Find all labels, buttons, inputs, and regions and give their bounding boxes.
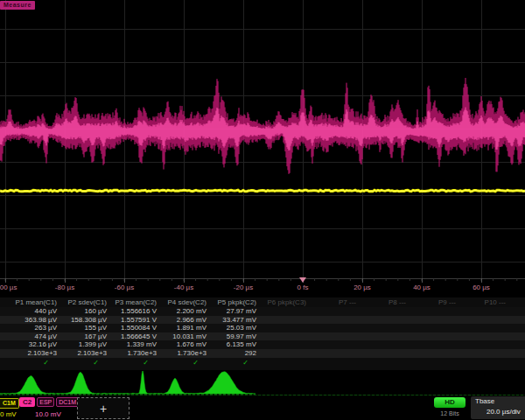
table-cell: [359, 340, 409, 349]
table-cell: 474 µV: [10, 332, 60, 341]
table-cell: 2.966 mV: [159, 316, 209, 325]
column-header[interactable]: P1 mean(C1): [10, 298, 60, 307]
table-cell: [458, 340, 508, 349]
table-cell: 1.891 mV: [159, 324, 209, 332]
table-row-mean: 363.98 µV158.308 µV1.557591 V2.966 mV33.…: [0, 316, 525, 325]
table-cell: 440 µV: [10, 307, 60, 316]
status-check-icon: [259, 358, 309, 368]
table-cell: 363.98 µV: [10, 316, 60, 325]
time-axis-label: -80 µs: [45, 284, 85, 291]
table-cell: [409, 349, 458, 358]
table-row-value: 440 µV160 µV1.556616 V2.200 mV27.97 mV: [0, 307, 525, 316]
time-axis-label: -60 µs: [104, 284, 144, 291]
table-cell: [309, 332, 359, 341]
table-cell: 1.730e+3: [109, 349, 159, 358]
status-check-icon: [458, 358, 508, 368]
active-menu-item[interactable]: Measure: [0, 1, 35, 10]
table-cell: 167 µV: [60, 332, 109, 341]
status-check-icon: ✓: [209, 358, 259, 368]
time-axis-labels: -100 µs-80 µs-60 µs-40 µs-20 µs0 fs20 µs…: [0, 284, 525, 294]
table-cell: [458, 316, 508, 325]
trigger-position-marker[interactable]: [299, 277, 306, 283]
table-row-num: 2.103e+32.103e+31.730e+31.730e+3292: [0, 349, 525, 358]
status-check-icon: ✓: [60, 358, 109, 368]
table-cell: 160 µV: [60, 307, 109, 316]
c1-scale-label: 0 mV: [0, 410, 17, 418]
timebase-descriptor-box[interactable]: Tbase 20.0 µs/div: [471, 396, 525, 419]
table-cell: [359, 316, 409, 325]
column-header[interactable]: P4 sdev(C2): [159, 298, 209, 307]
table-cell: [458, 349, 508, 358]
table-cell: 1.676 mV: [159, 340, 209, 349]
table-cell: [259, 324, 309, 332]
status-check-icon: ✓: [10, 358, 60, 368]
timebase-label: Tbase: [475, 397, 494, 405]
column-header[interactable]: P6 pkpk(C3): [259, 298, 309, 307]
table-cell: 1.730e+3: [159, 349, 209, 358]
table-cell: 10.031 mV: [159, 332, 209, 341]
table-cell: [309, 349, 359, 358]
table-cell: 27.97 mV: [209, 307, 259, 316]
waveform-grid: [0, 0, 525, 298]
column-header[interactable]: P5 pkpk(C2): [209, 298, 259, 307]
table-cell: 155 µV: [60, 324, 109, 332]
table-cell: [409, 340, 458, 349]
bottom-descriptor-bar: C1M 0 mV C2 ESP DC1M 10.0 mV + HD 12 Bit…: [0, 396, 525, 420]
table-cell: [409, 307, 458, 316]
table-cell: [309, 316, 359, 325]
table-cell: 59.97 mV: [209, 332, 259, 341]
table-cell: [309, 340, 359, 349]
time-axis-label: 20 µs: [342, 284, 382, 291]
add-trace-button[interactable]: +: [77, 397, 130, 419]
table-cell: [409, 332, 458, 341]
table-cell: 33.477 mV: [209, 316, 259, 325]
column-header[interactable]: P9 ---: [409, 298, 458, 307]
time-axis-label: 40 µs: [402, 284, 442, 291]
table-cell: 1.557591 V: [109, 316, 159, 325]
table-cell: 2.200 mV: [159, 307, 209, 316]
table-cell: [259, 340, 309, 349]
table-cell: 158.308 µV: [60, 316, 109, 325]
table-cell: 1.566645 V: [109, 332, 159, 341]
timebase-value: 20.0 µs/div: [486, 408, 521, 416]
table-header-row: P1 mean(C1)P2 sdev(C1)P3 mean(C2)P4 sdev…: [0, 298, 525, 307]
hd-bits-label: 12 Bits: [432, 410, 467, 416]
status-check-icon: [309, 358, 359, 368]
table-cell: 1.399 µV: [60, 340, 109, 349]
time-axis-label: -40 µs: [164, 284, 204, 291]
table-cell: [259, 316, 309, 325]
column-header[interactable]: P8 ---: [359, 298, 409, 307]
table-cell: [359, 349, 409, 358]
column-header[interactable]: P10 ---: [458, 298, 508, 307]
table-cell: [458, 324, 508, 332]
table-cell: [458, 307, 508, 316]
table-row-max: 474 µV167 µV1.566645 V10.031 mV59.97 mV: [0, 332, 525, 341]
time-axis-label: 60 µs: [461, 284, 501, 291]
c1-descriptor-box[interactable]: C1M: [0, 398, 19, 409]
c2-tag-esp: ESP: [37, 397, 54, 407]
table-cell: [259, 307, 309, 316]
table-cell: [409, 316, 458, 325]
table-cell: [359, 324, 409, 332]
table-cell: 2.103e+3: [10, 349, 60, 358]
table-cell: [309, 307, 359, 316]
c2-descriptor-box[interactable]: C2 ESP DC1M: [19, 397, 79, 407]
c2-channel-badge[interactable]: C2: [19, 397, 35, 407]
hd-mode-badge[interactable]: HD: [434, 397, 466, 408]
table-cell: 292: [209, 349, 259, 358]
table-cell: [359, 332, 409, 341]
time-axis-label: -20 µs: [223, 284, 263, 291]
table-cell: [409, 324, 458, 332]
column-header[interactable]: P7 ---: [309, 298, 359, 307]
column-header[interactable]: P3 mean(C2): [109, 298, 159, 307]
table-cell: 6.135 mV: [209, 340, 259, 349]
table-cell: 1.556616 V: [109, 307, 159, 316]
table-cell: [259, 332, 309, 341]
time-axis-label: -100 µs: [0, 284, 25, 291]
table-cell: [309, 324, 359, 332]
c2-tag-coupling: DC1M: [56, 397, 79, 407]
histogram-trace: [0, 371, 525, 396]
table-cell: [259, 349, 309, 358]
column-header[interactable]: P2 sdev(C1): [60, 298, 109, 307]
table-cell: [359, 307, 409, 316]
